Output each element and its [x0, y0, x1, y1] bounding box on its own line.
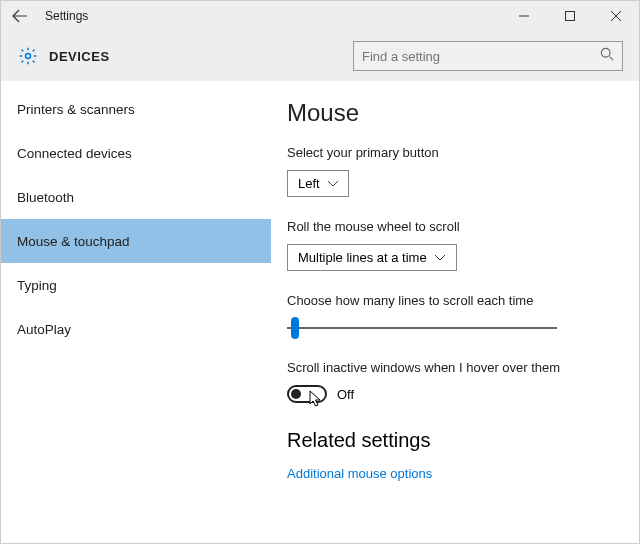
sidebar-item-autoplay[interactable]: AutoPlay — [1, 307, 271, 351]
search-icon — [600, 47, 614, 65]
sidebar-item-label: Printers & scanners — [17, 102, 135, 117]
svg-point-2 — [601, 48, 610, 57]
sidebar: Printers & scanners Connected devices Bl… — [1, 81, 271, 544]
chevron-down-icon — [435, 255, 445, 261]
section-title: DEVICES — [49, 49, 110, 64]
sidebar-item-printers[interactable]: Printers & scanners — [1, 87, 271, 131]
toggle-state-label: Off — [337, 387, 354, 402]
content: Mouse Select your primary button Left Ro… — [271, 81, 639, 544]
close-button[interactable] — [593, 1, 639, 31]
sidebar-item-bluetooth[interactable]: Bluetooth — [1, 175, 271, 219]
search-input[interactable] — [362, 49, 600, 64]
sidebar-item-mouse-touchpad[interactable]: Mouse & touchpad — [1, 219, 271, 263]
sidebar-item-label: Bluetooth — [17, 190, 74, 205]
related-heading: Related settings — [287, 429, 619, 452]
sidebar-item-connected-devices[interactable]: Connected devices — [1, 131, 271, 175]
additional-mouse-options-link[interactable]: Additional mouse options — [287, 466, 619, 481]
wheel-scroll-label: Roll the mouse wheel to scroll — [287, 219, 619, 234]
sidebar-item-typing[interactable]: Typing — [1, 263, 271, 307]
primary-button-dropdown[interactable]: Left — [287, 170, 349, 197]
window-title: Settings — [45, 9, 88, 23]
dropdown-value: Multiple lines at a time — [298, 250, 427, 265]
wheel-scroll-dropdown[interactable]: Multiple lines at a time — [287, 244, 457, 271]
svg-rect-0 — [566, 12, 575, 21]
lines-slider-label: Choose how many lines to scroll each tim… — [287, 293, 619, 308]
lines-slider[interactable] — [287, 318, 557, 338]
sidebar-item-label: Connected devices — [17, 146, 132, 161]
cursor-pointer-icon — [309, 390, 323, 412]
inactive-scroll-label: Scroll inactive windows when I hover ove… — [287, 360, 619, 375]
maximize-button[interactable] — [547, 1, 593, 31]
gear-icon — [17, 45, 39, 67]
sidebar-item-label: Typing — [17, 278, 57, 293]
titlebar: Settings — [1, 1, 639, 31]
back-button[interactable] — [9, 5, 31, 27]
dropdown-value: Left — [298, 176, 320, 191]
slider-thumb[interactable] — [291, 317, 299, 339]
search-box[interactable] — [353, 41, 623, 71]
header: DEVICES — [1, 31, 639, 81]
svg-point-1 — [26, 54, 31, 59]
minimize-button[interactable] — [501, 1, 547, 31]
sidebar-item-label: AutoPlay — [17, 322, 71, 337]
slider-track — [287, 327, 557, 329]
chevron-down-icon — [328, 181, 338, 187]
sidebar-item-label: Mouse & touchpad — [17, 234, 130, 249]
page-title: Mouse — [287, 99, 619, 127]
primary-button-label: Select your primary button — [287, 145, 619, 160]
toggle-knob — [291, 389, 301, 399]
